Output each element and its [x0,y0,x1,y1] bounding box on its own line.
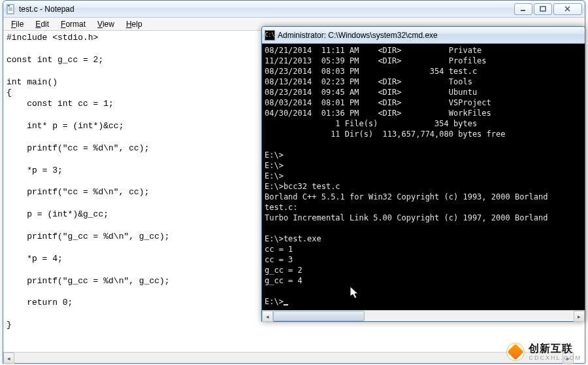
cmd-scroll-right-icon[interactable]: ▸ [574,311,585,322]
cmd-scroll-track[interactable] [273,311,574,321]
menu-format[interactable]: Format [56,18,91,30]
cmd-scroll-thumb[interactable] [273,311,365,321]
close-button[interactable] [553,3,582,15]
svg-rect-1 [8,5,10,7]
scroll-track[interactable] [14,353,563,363]
minimize-button[interactable] [514,3,532,15]
cmd-output: 08/21/2014 11:11 AM <DIR> Private 11/21/… [262,44,585,308]
cmd-window: C:\ Administrator: C:\Windows\system32\c… [261,26,585,322]
watermark-subtext: CDCXHL.COM [529,355,581,361]
cmd-cursor [284,304,288,305]
cmd-client[interactable]: 08/21/2014 11:11 AM <DIR> Private 11/21/… [262,44,585,310]
cmd-scroll-left-icon[interactable]: ◂ [262,311,273,322]
menu-help[interactable]: Help [121,18,148,30]
menu-file[interactable]: File [6,18,29,30]
cmd-horizontal-scrollbar[interactable]: ◂ ▸ [262,310,585,321]
menu-view[interactable]: View [92,18,120,30]
svg-rect-6 [540,7,546,11]
notepad-titlebar[interactable]: test.c - Notepad [3,1,585,18]
scroll-left-icon[interactable]: ◂ [3,353,14,364]
menu-edit[interactable]: Edit [30,18,54,30]
cmd-icon: C:\ [265,30,275,41]
maximize-button[interactable] [534,3,552,15]
watermark-text: 创新互联 [529,343,573,354]
notepad-horizontal-scrollbar[interactable]: ◂ ▸ [3,352,574,363]
window-controls [514,3,582,15]
watermark-logo-icon [506,343,525,361]
notepad-icon [6,4,16,14]
cmd-title: Administrator: C:\Windows\system32\cmd.e… [278,31,582,40]
cmd-titlebar[interactable]: C:\ Administrator: C:\Windows\system32\c… [262,27,585,44]
watermark: 创新互联 CDCXHL.COM [506,342,581,361]
notepad-title: test.c - Notepad [19,5,514,14]
